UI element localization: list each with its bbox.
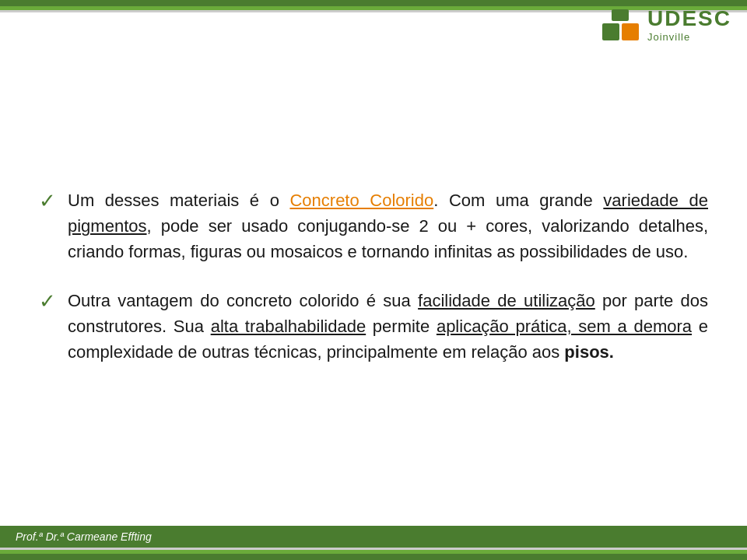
logo-udesc-text: UDESC (647, 8, 731, 30)
paragraph-2-block: ✓ Outra vantagem do concreto colorido é … (39, 288, 708, 365)
paragraph-1-text: Um desses materiais é o Concreto Colorid… (68, 187, 708, 264)
udesc-logo-icon (602, 8, 641, 43)
pisos-bold: pisos. (564, 342, 614, 362)
paragraph-1-prefix: Um desses materiais é o (68, 191, 289, 210)
paragraph-2-text: Outra vantagem do concreto colorido é su… (68, 288, 708, 365)
link-aplicacao-pratica: aplicação prática, sem a demora (437, 317, 692, 336)
footer-professor-text: Prof.ª Dr.ª Carmeane Effting (16, 530, 152, 543)
footer-text-bar: Prof.ª Dr.ª Carmeane Effting (0, 526, 747, 548)
footer-line-green-dark (0, 554, 747, 560)
logo-area: UDESC Joinville (602, 8, 731, 43)
link-facilidade-utilizacao: facilidade de utilização (418, 291, 595, 310)
paragraph-2-middle2: permite (366, 317, 437, 336)
paragraph-2-prefix: Outra vantagem do concreto colorido é su… (68, 291, 418, 310)
svg-rect-1 (622, 23, 639, 40)
paragraph-1-block: ✓ Um desses materiais é o Concreto Color… (39, 187, 708, 264)
svg-rect-2 (612, 9, 629, 21)
logo-joinville-text: Joinville (647, 31, 690, 43)
footer: Prof.ª Dr.ª Carmeane Effting (0, 526, 747, 560)
checkmark-icon-2: ✓ (39, 289, 56, 313)
logo-text: UDESC Joinville (647, 8, 731, 43)
link-alta-trabalhabilidade: alta trabalhabilidade (211, 317, 366, 336)
paragraph-1-suffix: , pode ser usado conjugando-se 2 ou + co… (68, 216, 708, 261)
paragraph-1-middle: . Com uma grande (433, 191, 603, 210)
main-content: ✓ Um desses materiais é o Concreto Color… (39, 62, 708, 513)
checkmark-icon-1: ✓ (39, 189, 56, 213)
link-concreto-colorido: Concreto Colorido (289, 191, 433, 210)
top-line-dark-green (0, 0, 747, 6)
svg-rect-0 (602, 23, 619, 40)
